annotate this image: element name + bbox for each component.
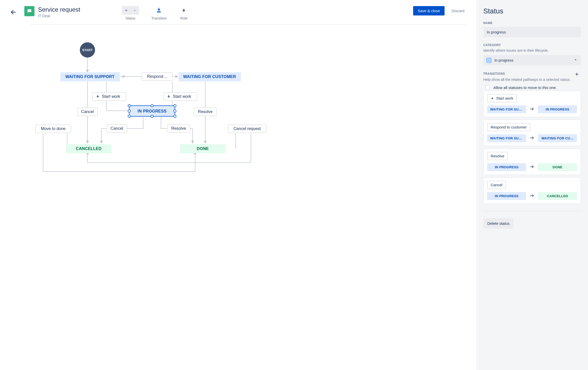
svg-point-28 xyxy=(174,104,176,107)
arrow-right-icon xyxy=(529,106,535,113)
svg-point-29 xyxy=(128,110,131,112)
category-swatch xyxy=(486,58,491,63)
transition-from-lozenge: IN PROGRESS xyxy=(487,163,526,171)
svg-point-33 xyxy=(174,115,176,118)
svg-point-31 xyxy=(128,115,131,118)
svg-text:Resolve: Resolve xyxy=(171,126,186,131)
transition-resolve-1[interactable]: Resolve xyxy=(194,108,217,116)
svg-text:Cancel: Cancel xyxy=(111,126,123,131)
svg-text:DONE: DONE xyxy=(197,146,209,151)
transition-card[interactable]: Start workWAITING FOR SUP…IN PROGRESS xyxy=(483,91,581,117)
transition-tool-label: Transition xyxy=(151,16,167,20)
category-help: Identify where issues are in their lifec… xyxy=(483,48,581,52)
svg-point-26 xyxy=(128,104,131,107)
svg-point-32 xyxy=(151,115,153,118)
name-label: NAME xyxy=(483,21,581,25)
svg-text:Resolve: Resolve xyxy=(198,109,213,114)
svg-marker-2 xyxy=(121,75,124,78)
svg-marker-7 xyxy=(204,141,207,144)
node-in-progress-selected[interactable]: IN PROGRESS xyxy=(128,104,176,118)
arrow-right-icon xyxy=(529,135,535,141)
svg-text:CANCELLED: CANCELLED xyxy=(76,146,101,151)
allow-all-row[interactable]: Allow all statuses to move to this one. xyxy=(483,84,581,91)
transition-start-work-1[interactable]: Start work xyxy=(93,92,126,101)
transitions-help: Help show all the related pathways to a … xyxy=(483,78,581,82)
node-done[interactable]: DONE xyxy=(180,144,226,153)
project-icon xyxy=(24,6,34,16)
arrow-right-icon xyxy=(529,164,535,170)
start-node[interactable]: START xyxy=(80,42,95,58)
svg-text:Cancel: Cancel xyxy=(81,109,94,114)
transition-to-lozenge: IN PROGRESS xyxy=(538,105,577,113)
chevron-down-icon xyxy=(573,58,578,63)
svg-text:WAITING FOR CUSTOMER: WAITING FOR CUSTOMER xyxy=(183,75,236,79)
node-cancelled[interactable]: CANCELLED xyxy=(66,144,112,153)
add-status-plus[interactable] xyxy=(122,6,131,15)
svg-rect-0 xyxy=(157,11,161,12)
svg-point-30 xyxy=(174,110,176,112)
transition-name-chip[interactable]: Start work xyxy=(487,94,517,102)
add-status-chevron[interactable] xyxy=(131,6,139,15)
transition-from-lozenge: IN PROGRESS xyxy=(487,192,526,200)
discard-button[interactable]: Discard xyxy=(450,8,466,13)
category-select[interactable]: In progress xyxy=(483,55,581,65)
allow-all-checkbox[interactable] xyxy=(485,85,490,90)
transition-cancel-2[interactable]: Cancel xyxy=(107,124,127,133)
status-name-input[interactable] xyxy=(483,27,581,37)
workflow-canvas[interactable]: START WAITING FOR SUPPORT WAITING FOR CU… xyxy=(0,25,476,207)
transition-from-lozenge: WAITING FOR SUP… xyxy=(487,134,526,142)
transition-card[interactable]: ResolveIN PROGRESSDONE xyxy=(483,149,581,175)
svg-text:Start work: Start work xyxy=(173,94,191,99)
svg-text:Move to done: Move to done xyxy=(41,126,66,131)
save-close-button[interactable]: Save & close xyxy=(413,6,445,15)
add-transition-tool[interactable]: Transition xyxy=(151,6,167,20)
transition-from-lozenge: WAITING FOR SUP… xyxy=(487,105,526,113)
transition-card[interactable]: CancelIN PROGRESSCANCELLED xyxy=(483,177,581,204)
svg-text:START: START xyxy=(82,48,93,52)
panel-title: Status xyxy=(483,7,581,15)
svg-marker-8 xyxy=(100,141,103,144)
node-waiting-for-support[interactable]: WAITING FOR SUPPORT xyxy=(60,72,120,81)
project-header: Service request IT Desk xyxy=(24,6,80,18)
svg-text:Start work: Start work xyxy=(102,94,120,99)
transition-start-work-2[interactable]: Start work xyxy=(163,92,197,101)
transition-name-chip[interactable]: Cancel xyxy=(487,181,506,189)
transition-resolve-2[interactable]: Resolve xyxy=(167,124,190,133)
back-button[interactable] xyxy=(8,7,18,17)
transition-respond[interactable]: Respond… xyxy=(142,72,172,81)
rule-tool-label: Rule xyxy=(180,16,188,20)
transition-icon xyxy=(154,6,164,15)
svg-marker-3 xyxy=(175,75,178,78)
svg-text:IN PROGRESS: IN PROGRESS xyxy=(138,109,167,113)
transition-card[interactable]: Respond to customerWAITING FOR SUP…WAITI… xyxy=(483,120,581,146)
transitions-label: TRANSITIONS xyxy=(483,72,505,76)
transition-name-chip[interactable]: Resolve xyxy=(487,152,508,160)
category-selected: In progress xyxy=(494,58,570,62)
svg-marker-9 xyxy=(191,141,194,144)
svg-text:Cancel request: Cancel request xyxy=(233,126,261,131)
transition-cancel-1[interactable]: Cancel xyxy=(77,108,98,116)
add-status-tool[interactable]: Status xyxy=(122,6,139,20)
transition-cancel-request[interactable]: Cancel request xyxy=(228,125,266,133)
delete-status-button[interactable]: Delete status xyxy=(483,218,514,229)
add-transition-button[interactable] xyxy=(573,71,581,78)
svg-text:WAITING FOR SUPPORT: WAITING FOR SUPPORT xyxy=(65,75,115,79)
node-waiting-for-customer[interactable]: WAITING FOR CUSTOMER xyxy=(179,72,241,81)
transition-to-lozenge: DONE xyxy=(538,163,577,171)
page-title: Service request xyxy=(38,6,80,13)
svg-marker-6 xyxy=(86,141,89,144)
transition-to-lozenge: CANCELLED xyxy=(538,192,577,200)
allow-all-label: Allow all statuses to move to this one. xyxy=(493,85,557,90)
arrow-right-icon xyxy=(529,193,535,199)
transition-to-lozenge: WAITING FOR CU… xyxy=(538,134,577,142)
svg-text:Respond…: Respond… xyxy=(147,74,167,79)
category-label: CATEGORY xyxy=(483,43,581,47)
rule-icon xyxy=(179,6,189,15)
status-tool-label: Status xyxy=(125,16,136,20)
add-rule-tool[interactable]: Rule xyxy=(179,6,189,20)
project-subtitle: IT Desk xyxy=(38,14,80,18)
transition-name-chip[interactable]: Respond to customer xyxy=(487,123,530,131)
transition-move-to-done[interactable]: Move to done xyxy=(35,125,71,133)
svg-point-27 xyxy=(151,104,153,107)
status-side-panel: Status NAME CATEGORY Identify where issu… xyxy=(476,0,588,370)
